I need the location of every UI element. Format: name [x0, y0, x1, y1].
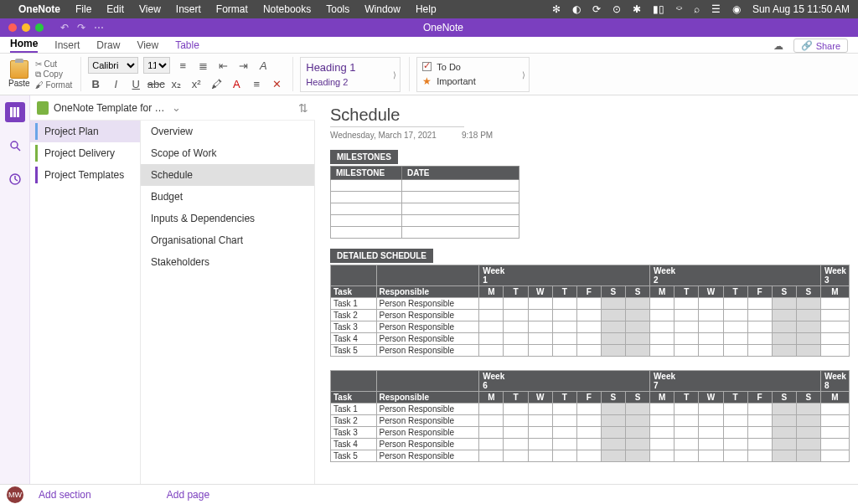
- schedule-cell[interactable]: [625, 345, 649, 357]
- schedule-cell[interactable]: [723, 333, 747, 345]
- schedule-cell[interactable]: [747, 333, 772, 345]
- schedule-cell[interactable]: [576, 415, 601, 427]
- schedule-cell[interactable]: [699, 345, 723, 357]
- schedule-cell[interactable]: [625, 404, 649, 415]
- schedule-cell[interactable]: [552, 415, 576, 427]
- schedule-cell[interactable]: [675, 333, 699, 345]
- tag-todo[interactable]: To Do: [422, 62, 524, 72]
- responsible-cell[interactable]: Person Responsible: [376, 415, 479, 427]
- battery-icon[interactable]: ▮▯: [653, 3, 664, 15]
- responsible-cell[interactable]: Person Responsible: [376, 333, 479, 345]
- schedule-cell[interactable]: [625, 427, 649, 439]
- table-row[interactable]: Task 4Person Responsible: [331, 439, 850, 450]
- format-painter-button[interactable]: 🖌Format: [35, 80, 73, 90]
- schedule-cell[interactable]: [796, 345, 820, 357]
- superscript-button[interactable]: x²: [189, 76, 204, 91]
- schedule-cell[interactable]: [747, 321, 772, 333]
- bold-button[interactable]: B: [88, 76, 103, 91]
- schedule-cell[interactable]: [723, 310, 747, 321]
- table-row[interactable]: Task 3Person Responsible: [331, 427, 850, 439]
- schedule-cell[interactable]: [479, 427, 504, 439]
- schedule-cell[interactable]: [552, 345, 576, 357]
- milestones-table[interactable]: MILESTONEDATE: [330, 166, 519, 239]
- font-name-select[interactable]: Calibri: [88, 57, 138, 74]
- schedule-cell[interactable]: [552, 333, 576, 345]
- table-row[interactable]: Task 2Person Responsible: [331, 415, 850, 427]
- schedule-cell[interactable]: [504, 321, 528, 333]
- schedule-cell[interactable]: [747, 310, 772, 321]
- schedule-cell[interactable]: [528, 298, 552, 310]
- menu-edit[interactable]: Edit: [106, 3, 124, 15]
- schedule-cell[interactable]: [552, 404, 576, 415]
- schedule-cell[interactable]: [528, 415, 552, 427]
- copy-button[interactable]: ⧉Copy: [35, 69, 73, 80]
- schedule-cell[interactable]: [772, 404, 796, 415]
- schedule-cell[interactable]: [723, 450, 747, 462]
- schedule-cell[interactable]: [625, 321, 649, 333]
- page-item[interactable]: Overview: [141, 121, 314, 142]
- close-window-button[interactable]: [8, 23, 17, 32]
- schedule-cell[interactable]: [772, 415, 796, 427]
- schedule-cell[interactable]: [576, 345, 601, 357]
- chevron-icon[interactable]: ⟩: [393, 69, 396, 79]
- schedule-cell[interactable]: [650, 450, 675, 462]
- chevron-icon[interactable]: ⟩: [522, 69, 525, 79]
- schedule-cell[interactable]: [772, 439, 796, 450]
- menu-tools[interactable]: Tools: [326, 3, 349, 15]
- schedule-cell[interactable]: [772, 321, 796, 333]
- schedule-cell[interactable]: [625, 298, 649, 310]
- page-item[interactable]: Organisational Chart: [141, 229, 314, 251]
- task-name[interactable]: Task 4: [331, 333, 377, 345]
- menu-format[interactable]: Format: [216, 3, 248, 15]
- italic-button[interactable]: I: [108, 76, 123, 91]
- schedule-cell[interactable]: [650, 427, 675, 439]
- tab-draw[interactable]: Draw: [96, 39, 120, 53]
- task-name[interactable]: Task 2: [331, 415, 377, 427]
- undo-icon[interactable]: ↶: [60, 22, 69, 33]
- responsible-cell[interactable]: Person Responsible: [376, 310, 479, 321]
- schedule-cell[interactable]: [552, 310, 576, 321]
- schedule-cell[interactable]: [699, 439, 723, 450]
- strikethrough-button[interactable]: abc: [148, 76, 163, 91]
- schedule-cell[interactable]: [747, 439, 772, 450]
- schedule-cell[interactable]: [747, 345, 772, 357]
- add-page-button[interactable]: Add page: [167, 489, 209, 501]
- schedule-cell[interactable]: [576, 321, 601, 333]
- schedule-cell[interactable]: [723, 427, 747, 439]
- font-size-select[interactable]: 11: [143, 57, 170, 74]
- schedule-cell[interactable]: [675, 321, 699, 333]
- schedule-cell[interactable]: [675, 298, 699, 310]
- add-section-button[interactable]: Add section: [39, 489, 91, 501]
- schedule-cell[interactable]: [747, 450, 772, 462]
- task-name[interactable]: Task 5: [331, 345, 377, 357]
- schedule-cell[interactable]: [552, 298, 576, 310]
- table-row[interactable]: Task 5Person Responsible: [331, 450, 850, 462]
- schedule-cell[interactable]: [576, 450, 601, 462]
- schedule-cell[interactable]: [772, 298, 796, 310]
- schedule-cell[interactable]: [796, 321, 820, 333]
- schedule-cell[interactable]: [820, 450, 849, 462]
- tab-table[interactable]: Table: [175, 39, 199, 53]
- schedule-cell[interactable]: [796, 333, 820, 345]
- schedule-cell[interactable]: [576, 310, 601, 321]
- minimize-window-button[interactable]: [22, 23, 30, 32]
- schedule-cell[interactable]: [796, 439, 820, 450]
- schedule-cell[interactable]: [772, 333, 796, 345]
- user-avatar[interactable]: MW: [7, 486, 23, 503]
- task-name[interactable]: Task 5: [331, 450, 377, 462]
- font-color-button[interactable]: A: [229, 76, 244, 91]
- schedule-cell[interactable]: [504, 404, 528, 415]
- schedule-cell[interactable]: [796, 427, 820, 439]
- schedule-cell[interactable]: [675, 404, 699, 415]
- schedule-cell[interactable]: [504, 439, 528, 450]
- schedule-cell[interactable]: [528, 427, 552, 439]
- schedule-cell[interactable]: [820, 321, 849, 333]
- schedule-cell[interactable]: [747, 404, 772, 415]
- schedule-cell[interactable]: [504, 450, 528, 462]
- schedule-cell[interactable]: [820, 310, 849, 321]
- page-title[interactable]: Schedule: [330, 105, 464, 127]
- more-icon[interactable]: ⋯: [94, 22, 104, 33]
- schedule-cell[interactable]: [504, 427, 528, 439]
- schedule-cell[interactable]: [552, 450, 576, 462]
- table-row[interactable]: Task 4Person Responsible: [331, 333, 850, 345]
